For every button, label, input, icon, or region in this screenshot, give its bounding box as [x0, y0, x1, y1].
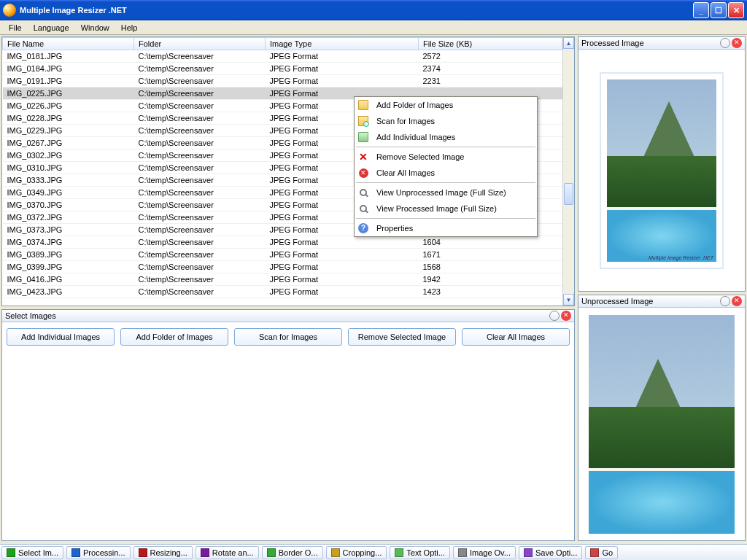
- cell-name: IMG_0372.JPG: [3, 211, 134, 224]
- status-tab[interactable]: Resizing...: [133, 546, 193, 559]
- cell-size: 2572: [419, 50, 562, 63]
- cell-folder: C:\temp\Screensaver: [134, 224, 266, 236]
- cell-type: JPEG Format: [266, 75, 419, 88]
- cell-type: JPEG Format: [266, 273, 419, 286]
- cell-type: JPEG Format: [266, 261, 419, 273]
- unprocessed-image: [589, 315, 735, 534]
- table-row[interactable]: IMG_0423.JPGC:\temp\ScreensaverJPEG Form…: [3, 286, 562, 298]
- cell-folder: C:\temp\Screensaver: [134, 236, 266, 249]
- scroll-down-icon[interactable]: ▼: [563, 294, 574, 306]
- image-caption: Multiple Image Resizer .NET: [649, 255, 713, 260]
- add-individual-images-button[interactable]: Add Individual Images: [7, 328, 115, 346]
- status-tab[interactable]: Rotate an...: [196, 546, 259, 559]
- table-row[interactable]: IMG_0184.JPGC:\temp\ScreensaverJPEG Form…: [3, 63, 562, 75]
- add-folder-of-images-button[interactable]: Add Folder of Images: [120, 328, 228, 346]
- status-tab[interactable]: Processin...: [66, 546, 130, 559]
- table-row[interactable]: IMG_0416.JPGC:\temp\ScreensaverJPEG Form…: [3, 273, 562, 286]
- status-tab[interactable]: Border O...: [262, 546, 323, 559]
- status-tab-icon: [524, 548, 533, 557]
- status-tab-label: Go: [602, 548, 613, 557]
- table-row[interactable]: IMG_0181.JPGC:\temp\ScreensaverJPEG Form…: [3, 50, 562, 63]
- status-tab-icon: [331, 548, 340, 557]
- processed-image-title: Processed Image: [581, 39, 644, 47]
- status-tab[interactable]: Select Im...: [1, 546, 63, 559]
- close-button[interactable]: ✕: [728, 2, 744, 18]
- status-tab-label: Text Opti...: [406, 548, 445, 557]
- table-row[interactable]: IMG_0389.JPGC:\temp\ScreensaverJPEG Form…: [3, 249, 562, 261]
- status-tab[interactable]: Save Opti...: [519, 546, 582, 559]
- cell-type: JPEG Format: [266, 63, 419, 75]
- magnifier-icon[interactable]: [720, 38, 730, 48]
- close-icon[interactable]: ✕: [732, 296, 742, 306]
- cell-folder: C:\temp\Screensaver: [134, 125, 266, 137]
- status-tab-label: Processin...: [83, 548, 125, 557]
- minimize-button[interactable]: _: [693, 2, 709, 18]
- vertical-scrollbar[interactable]: ▲ ▼: [562, 37, 574, 306]
- context-properties[interactable]: ?Properties: [355, 220, 537, 236]
- cell-folder: C:\temp\Screensaver: [134, 75, 266, 88]
- cell-folder: C:\temp\Screensaver: [134, 286, 266, 298]
- cell-name: IMG_0184.JPG: [3, 63, 134, 75]
- title-bar: Multiple Image Resizer .NET _ ☐ ✕: [0, 0, 747, 20]
- col-folder[interactable]: Folder: [134, 38, 266, 50]
- cell-size: 1423: [419, 286, 562, 298]
- table-row[interactable]: IMG_0399.JPGC:\temp\ScreensaverJPEG Form…: [3, 261, 562, 273]
- status-tab-label: Rotate an...: [212, 548, 254, 557]
- scan-for-images-button[interactable]: Scan for Images: [234, 328, 342, 346]
- status-tab-icon: [458, 548, 467, 557]
- cell-name: IMG_0191.JPG: [3, 75, 134, 88]
- cell-folder: C:\temp\Screensaver: [134, 273, 266, 286]
- folder-icon: [358, 100, 368, 110]
- cell-name: IMG_0310.JPG: [3, 162, 134, 174]
- cell-type: JPEG Format: [266, 249, 419, 261]
- cell-folder: C:\temp\Screensaver: [134, 137, 266, 149]
- col-filesize[interactable]: File Size (KB): [419, 38, 562, 50]
- cell-folder: C:\temp\Screensaver: [134, 112, 266, 125]
- col-imagetype[interactable]: Image Type: [266, 38, 419, 50]
- cell-name: IMG_0374.JPG: [3, 236, 134, 249]
- magnifier-icon[interactable]: [549, 311, 560, 321]
- context-add-individual[interactable]: Add Individual Images: [355, 129, 537, 145]
- cell-name: IMG_0373.JPG: [3, 224, 134, 236]
- cell-size: 1568: [419, 261, 562, 273]
- processed-image: Multiple Image Resizer .NET: [600, 72, 724, 269]
- context-scan-images[interactable]: Scan for Images: [355, 113, 537, 129]
- scroll-thumb[interactable]: [564, 183, 573, 205]
- cell-name: IMG_0349.JPG: [3, 187, 134, 199]
- status-tab-label: Image Ov...: [470, 548, 511, 557]
- menu-file[interactable]: File: [3, 22, 28, 34]
- context-view-processed[interactable]: View Processed Image (Full Size): [355, 201, 537, 217]
- cell-size: 2374: [419, 63, 562, 75]
- context-add-folder[interactable]: Add Folder of Images: [355, 97, 537, 113]
- table-row[interactable]: IMG_0374.JPGC:\temp\ScreensaverJPEG Form…: [3, 236, 562, 249]
- status-tab[interactable]: Image Ov...: [453, 546, 516, 559]
- status-tab[interactable]: Cropping...: [326, 546, 387, 559]
- context-clear-all[interactable]: ✕Clear All Images: [355, 165, 537, 181]
- status-tab[interactable]: Go: [585, 546, 618, 559]
- magnifier-icon[interactable]: [720, 296, 730, 306]
- table-row[interactable]: IMG_0191.JPGC:\temp\ScreensaverJPEG Form…: [3, 75, 562, 88]
- col-filename[interactable]: File Name: [3, 38, 134, 50]
- menu-language[interactable]: Language: [28, 22, 75, 34]
- magnifier-icon: [360, 205, 367, 212]
- close-icon[interactable]: ✕: [561, 311, 571, 321]
- add-image-icon: [358, 132, 368, 142]
- menu-window[interactable]: Window: [75, 22, 115, 34]
- scroll-up-icon[interactable]: ▲: [563, 37, 574, 49]
- close-icon[interactable]: ✕: [732, 38, 742, 48]
- unprocessed-image-panel: Unprocessed Image ✕: [578, 295, 746, 541]
- menu-help[interactable]: Help: [115, 22, 144, 34]
- cell-folder: C:\temp\Screensaver: [134, 174, 266, 187]
- status-tab-label: Select Im...: [18, 548, 58, 557]
- status-tab[interactable]: Text Opti...: [390, 546, 450, 559]
- context-view-unprocessed[interactable]: View Unprocessed Image (Full Size): [355, 184, 537, 201]
- cell-name: IMG_0226.JPG: [3, 100, 134, 112]
- context-remove-selected[interactable]: ✕Remove Selected Image: [355, 149, 537, 165]
- cell-folder: C:\temp\Screensaver: [134, 88, 266, 100]
- cell-type: JPEG Format: [266, 286, 419, 298]
- remove-selected-image-button[interactable]: Remove Selected Image: [348, 328, 456, 346]
- clear-all-images-button[interactable]: Clear All Images: [462, 328, 570, 346]
- separator: [356, 147, 535, 147]
- cell-folder: C:\temp\Screensaver: [134, 187, 266, 199]
- maximize-button[interactable]: ☐: [711, 2, 727, 18]
